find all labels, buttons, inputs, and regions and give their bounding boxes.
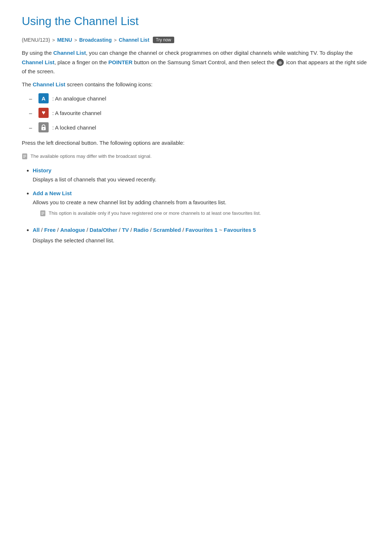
- list-item-history: History Displays a list of channels that…: [33, 167, 370, 184]
- list-item-add-new-list: Add a New List Allows you to create a ne…: [33, 190, 370, 219]
- dash-analogue: –: [29, 95, 35, 102]
- analogue-channel-icon: A: [38, 93, 49, 103]
- intro-channellist2[interactable]: Channel List: [22, 59, 54, 65]
- try-now-badge[interactable]: Try now: [153, 37, 174, 43]
- intro-text3: , place a finger on the: [54, 59, 108, 65]
- screen-text2: screen contains the following icons:: [65, 81, 152, 87]
- breadcrumb-menu[interactable]: MENU: [57, 37, 72, 43]
- type-tv[interactable]: TV: [122, 227, 129, 233]
- channel-types-title: All / Free / Analogue / Data/Other / TV …: [33, 227, 256, 233]
- sep-1: /: [41, 227, 44, 233]
- breadcrumb-channellist[interactable]: Channel List: [119, 37, 149, 43]
- list-item-locked: – : A locked channel: [29, 122, 370, 132]
- note-available-options: The available options may differ with th…: [22, 153, 370, 163]
- sep-3: /: [86, 227, 89, 233]
- type-scrambled[interactable]: Scrambled: [153, 227, 181, 233]
- dash-locked: –: [29, 124, 35, 131]
- note-icon: [22, 153, 28, 163]
- history-title[interactable]: History: [33, 167, 370, 173]
- screen-channellist[interactable]: Channel List: [33, 81, 65, 87]
- svg-text:⊕: ⊕: [278, 60, 282, 65]
- intro-pointer[interactable]: POINTER: [108, 59, 132, 65]
- note-icon-2: [40, 210, 46, 219]
- type-favourites1[interactable]: Favourites 1: [185, 227, 217, 233]
- breadcrumb: (MENU/123) > MENU > Broadcasting > Chann…: [22, 37, 370, 43]
- add-new-list-title[interactable]: Add a New List: [33, 190, 370, 196]
- type-dataother[interactable]: Data/Other: [90, 227, 118, 233]
- press-text: Press the left directional button. The f…: [22, 138, 370, 148]
- breadcrumb-sep3: >: [114, 37, 117, 43]
- type-all[interactable]: All: [33, 227, 40, 233]
- add-new-list-description: Allows you to create a new channel list …: [33, 199, 226, 205]
- intro-text1: By using the: [22, 50, 53, 56]
- note-text-content: The available options may differ with th…: [30, 153, 152, 160]
- sep-8: ~: [219, 227, 224, 233]
- icons-list: – A : An analogue channel – ♥ : A favour…: [29, 93, 370, 132]
- sep-4: /: [119, 227, 122, 233]
- note-text-content-2: This option is available only if you hav…: [49, 210, 261, 217]
- dash-favourite: –: [29, 110, 35, 116]
- note-add-new-list: This option is available only if you hav…: [40, 210, 370, 219]
- svg-point-3: [43, 128, 44, 130]
- type-favourites5[interactable]: Favourites 5: [224, 227, 256, 233]
- list-item-analogue: – A : An analogue channel: [29, 93, 370, 103]
- channel-types-description: Displays the selected channel list.: [33, 236, 370, 245]
- type-analogue[interactable]: Analogue: [60, 227, 85, 233]
- breadcrumb-sep1: >: [52, 37, 55, 43]
- favourite-channel-icon: ♥: [38, 108, 49, 118]
- favourite-label: : A favourite channel: [52, 110, 101, 116]
- list-item-favourite: – ♥ : A favourite channel: [29, 108, 370, 118]
- sep-7: /: [183, 227, 185, 233]
- intro-text4: button on the Samsung Smart Control, and…: [132, 59, 276, 65]
- sep-5: /: [130, 227, 133, 233]
- screen-text1: The: [22, 81, 33, 87]
- locked-label: : A locked channel: [52, 124, 96, 131]
- history-description: Displays a list of channels that you vie…: [33, 176, 156, 182]
- channel-icon-placeholder: ⊕: [277, 59, 284, 66]
- intro-text2: , you can change the channel or check pr…: [86, 50, 353, 56]
- breadcrumb-broadcasting[interactable]: Broadcasting: [79, 37, 111, 43]
- intro-paragraph: By using the Channel List, you can chang…: [22, 48, 370, 76]
- list-item-channel-types: All / Free / Analogue / Data/Other / TV …: [33, 225, 370, 245]
- breadcrumb-menu123: (MENU/123): [22, 37, 50, 43]
- locked-channel-icon: [38, 122, 49, 132]
- analogue-label: : An analogue channel: [52, 95, 106, 102]
- sep-6: /: [150, 227, 153, 233]
- type-radio[interactable]: Radio: [134, 227, 149, 233]
- screen-contains-text: The Channel List screen contains the fol…: [22, 80, 370, 89]
- intro-channellist1[interactable]: Channel List: [53, 50, 86, 56]
- options-list: History Displays a list of channels that…: [33, 167, 370, 245]
- type-free[interactable]: Free: [44, 227, 56, 233]
- page-title: Using the Channel List: [22, 15, 370, 28]
- breadcrumb-sep2: >: [74, 37, 77, 43]
- sep-2: /: [57, 227, 60, 233]
